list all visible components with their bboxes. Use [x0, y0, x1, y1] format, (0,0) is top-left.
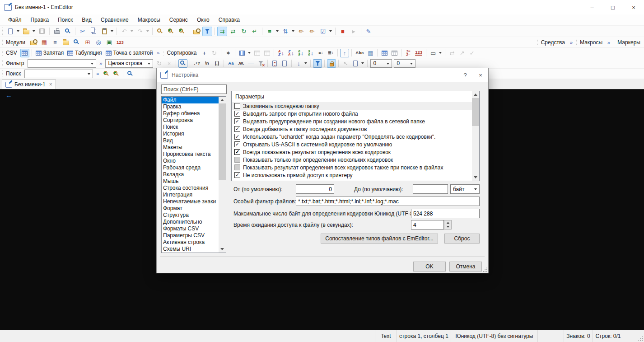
next-occurrence-dropdown[interactable] — [303, 59, 308, 68]
delete-column-button[interactable] — [262, 49, 271, 57]
timeout-input[interactable] — [411, 220, 444, 230]
undo-dropdown[interactable] — [130, 27, 134, 36]
insert-column-button[interactable] — [252, 49, 261, 57]
scroll-thumb[interactable] — [472, 98, 479, 126]
checkbox-indeterminate-icon[interactable] — [234, 157, 240, 163]
open-file-dropdown[interactable] — [32, 27, 36, 36]
save-button[interactable] — [37, 27, 47, 36]
sort-length-ascending-button[interactable]: ≡↓ — [316, 49, 325, 57]
delete-duplicates-button[interactable]: Abc — [354, 49, 365, 57]
settings-category-item[interactable]: Прорисовка текста — [162, 151, 226, 158]
plugin-web-preview-button[interactable]: ◎ — [93, 37, 103, 47]
print-preview-button[interactable] — [63, 27, 73, 36]
wrap-indicator-button[interactable]: ↵ — [250, 27, 260, 36]
settings-category-item[interactable]: Окно — [162, 158, 226, 164]
settings-search-input[interactable] — [161, 84, 227, 94]
search-previous-button[interactable] — [112, 70, 121, 78]
copy-column-button[interactable]: ↗ — [457, 49, 467, 57]
reverse-order-button[interactable]: ↑ — [340, 49, 349, 57]
menu-item[interactable]: Сервис — [165, 14, 192, 25]
menu-item[interactable]: Вид — [77, 14, 96, 25]
checkbox-checked-bold-icon[interactable] — [234, 149, 240, 155]
filter-input-combo[interactable] — [28, 59, 96, 68]
settings-category-item[interactable]: Вид — [162, 137, 226, 144]
match-case-toggle[interactable]: Aa — [226, 59, 235, 68]
auto-fill-button[interactable]: ✶ — [224, 49, 233, 57]
whole-word-toggle[interactable]: .W. — [236, 59, 245, 68]
filter-clear-button[interactable]: × — [164, 59, 173, 68]
dialog-resize-grip[interactable] — [482, 267, 487, 272]
sort-za-button[interactable]: ↓ — [286, 49, 295, 57]
plugin-converter-button[interactable]: ▦ — [39, 37, 49, 47]
settings-category-item[interactable]: Макеты — [162, 144, 226, 151]
csv-semicolon-button[interactable]: Точка с запятой — [104, 49, 154, 57]
menu-item[interactable]: Правка — [26, 14, 54, 25]
option-row[interactable]: Выводить запрос при открытии нового файл… — [232, 110, 479, 117]
highlight-matches-toggle[interactable]: — — [246, 59, 255, 68]
menu-item[interactable]: Файл — [4, 14, 26, 25]
sort-az-button[interactable]: ↓ — [276, 49, 285, 57]
checkbox-checked-icon[interactable] — [234, 134, 240, 140]
run-macro-button[interactable]: ► — [349, 27, 359, 36]
search-next-button[interactable] — [102, 70, 111, 78]
copy-button[interactable] — [89, 27, 98, 36]
wrap-by-window-button[interactable]: ⇄ — [228, 27, 238, 36]
option-row[interactable]: Запоминать последнюю папку — [232, 102, 479, 110]
option-row[interactable]: Показывать только при определении нескол… — [232, 156, 479, 164]
menu-item[interactable]: Поиск — [53, 14, 77, 25]
regex-toggle[interactable]: .+? — [192, 59, 201, 68]
tab-close-icon[interactable]: × — [49, 81, 52, 88]
scroll-up-arrow[interactable] — [472, 91, 479, 98]
reset-button[interactable]: Сброс — [444, 234, 480, 244]
settings-category-item[interactable]: Рабочая среда — [162, 164, 226, 171]
escape-sequence-toggle[interactable]: \n — [202, 59, 211, 68]
macros-overflow-chevron[interactable]: » — [605, 40, 612, 45]
find-button[interactable] — [155, 27, 165, 36]
next-occurrence-button[interactable]: ↓ — [294, 59, 303, 68]
cell-borders-dropdown[interactable] — [438, 49, 443, 57]
scroll-right-button[interactable]: ⇉ — [217, 27, 227, 36]
menu-item[interactable]: Макросы — [133, 14, 165, 25]
csv-overflow-chevron[interactable]: » — [154, 50, 162, 56]
tracking-button[interactable]: ↖ — [341, 59, 350, 68]
toolbar-grip[interactable] — [576, 39, 577, 46]
sort-length-descending-button[interactable]: ≣↓ — [326, 49, 335, 57]
status-file-type[interactable]: Text — [375, 330, 397, 342]
settings-category-item[interactable]: Формат — [162, 205, 226, 212]
filter-advanced-button[interactable] — [178, 59, 187, 68]
filter-refresh-button[interactable]: ↻ — [154, 59, 163, 68]
status-line-count[interactable]: Строк: 0/1 — [593, 330, 623, 342]
redo-button[interactable]: ↷ — [135, 27, 145, 36]
to-input[interactable] — [413, 184, 448, 194]
filter-match-combo[interactable]: Целая строка — [105, 59, 153, 68]
select-column-button[interactable] — [238, 49, 247, 57]
filter-overflow-chevron[interactable]: » — [97, 61, 104, 66]
toolbar-grip[interactable] — [2, 70, 3, 77]
checkbox-unchecked-icon[interactable] — [234, 103, 240, 109]
macro-list-dropdown[interactable] — [328, 27, 333, 36]
settings-category-item[interactable]: Форматы CSV — [162, 225, 226, 232]
csv-mode-toggle[interactable] — [20, 49, 29, 57]
plugin-projects-button[interactable] — [28, 37, 38, 47]
paste-dropdown[interactable] — [110, 27, 114, 36]
outline-button[interactable]: ≡ — [265, 27, 275, 36]
extract-options-dropdown[interactable] — [360, 59, 365, 68]
settings-category-item[interactable]: Параметры CSV — [162, 232, 226, 239]
status-char-count[interactable]: Знаков: 0 — [564, 330, 593, 342]
cell-borders-button[interactable]: ▭ — [429, 49, 438, 57]
search-input-combo[interactable] — [24, 70, 93, 78]
print-button[interactable] — [52, 27, 62, 36]
redo-dropdown[interactable] — [145, 27, 150, 36]
macro-list-button[interactable]: ☑ — [318, 27, 328, 36]
lock-toggle[interactable] — [327, 59, 336, 68]
settings-category-item[interactable]: Файл — [162, 97, 226, 103]
resize-grip[interactable] — [638, 336, 643, 341]
cancel-button[interactable]: Отмена — [449, 262, 482, 272]
search-dialog-button[interactable] — [126, 70, 135, 78]
settings-category-item[interactable]: Строка состояния — [162, 185, 226, 192]
show-matched-lines-button[interactable] — [270, 59, 279, 68]
ruler-button[interactable]: 123 — [414, 49, 424, 57]
settings-category-item[interactable]: Правка — [162, 103, 226, 110]
search-overflow-chevron[interactable]: » — [94, 71, 101, 76]
minimize-button[interactable]: – — [582, 0, 602, 14]
